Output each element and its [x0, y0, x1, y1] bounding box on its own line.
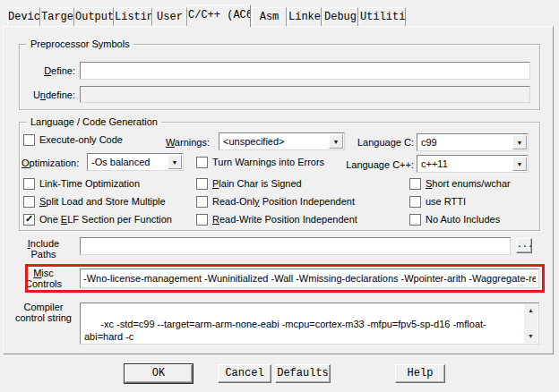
undefine-input — [80, 86, 530, 103]
tab-page-cpp: Preprocessor Symbols Define: Undefine: L… — [3, 26, 554, 354]
one-elf-section-label: One ELF Section per Function — [39, 214, 172, 225]
language-code-generation-group: Language / Code Generation Execute-only … — [19, 122, 540, 231]
scrollbar[interactable]: ▲ ▼ — [524, 304, 538, 343]
language-cpp-select[interactable]: c++11 ▼ — [417, 155, 529, 173]
chevron-down-icon[interactable]: ▼ — [512, 157, 527, 171]
plain-char-signed-label: Plain Char is Signed — [212, 178, 302, 189]
execute-only-code-checkbox[interactable] — [23, 134, 35, 146]
turn-warnings-into-errors-label: Turn Warnings into Errors — [212, 157, 324, 167]
include-paths-browse-button[interactable]: ... — [516, 238, 532, 253]
tab-utilities[interactable]: Utilities — [359, 7, 406, 26]
turn-warnings-into-errors-checkbox[interactable] — [196, 157, 208, 168]
undefine-label: Undefine: — [25, 89, 75, 100]
short-enums-wchar-label: Short enums/wchar — [426, 178, 511, 189]
warnings-select[interactable]: <unspecified> ▼ — [219, 132, 345, 150]
optimization-label: Optimization: — [22, 158, 82, 168]
include-paths-label: Include Paths — [14, 238, 73, 260]
read-write-position-independent-checkbox[interactable] — [196, 214, 208, 226]
tab-debug[interactable]: Debug — [322, 7, 358, 26]
tab-cpp-ac6[interactable]: C/C++ (AC6) — [187, 4, 251, 27]
misc-controls-label: Misc Controls — [14, 268, 73, 289]
split-load-store-checkbox[interactable] — [23, 196, 35, 208]
tab-output[interactable]: Output — [74, 7, 114, 26]
use-rtti-label: use RTTI — [426, 196, 466, 207]
chevron-down-icon[interactable]: ▼ — [168, 155, 182, 169]
no-auto-includes-label: No Auto Includes — [426, 214, 500, 225]
include-paths-input[interactable] — [80, 237, 511, 255]
link-time-optimization-checkbox[interactable] — [23, 178, 35, 190]
language-c-select[interactable]: c99 ▼ — [417, 133, 529, 151]
one-elf-section-checkbox[interactable]: ✓ — [23, 214, 35, 226]
scroll-down-icon[interactable]: ▼ — [524, 330, 538, 343]
chevron-down-icon[interactable]: ▼ — [512, 135, 527, 149]
tab-user[interactable]: User — [152, 7, 187, 26]
short-enums-wchar-checkbox[interactable] — [409, 178, 421, 190]
defaults-button[interactable]: Defaults — [275, 364, 331, 383]
plain-char-signed-checkbox[interactable] — [196, 178, 208, 190]
language-cpp-label: Language C++: — [333, 159, 414, 170]
optimization-select[interactable]: -Os balanced ▼ — [87, 153, 184, 171]
misc-controls-input[interactable] — [80, 268, 539, 288]
define-label: Define: — [25, 65, 75, 76]
language-c-label: Language C: — [342, 137, 414, 148]
tab-listing[interactable]: Listing — [114, 7, 152, 26]
tab-device[interactable]: Device — [7, 7, 40, 26]
define-input[interactable] — [80, 62, 530, 80]
split-load-store-label: Split Load and Store Multiple — [39, 196, 166, 207]
use-rtti-checkbox[interactable] — [409, 196, 421, 208]
link-time-optimization-label: Link-Time Optimization — [39, 178, 140, 189]
no-auto-includes-checkbox[interactable] — [409, 214, 421, 226]
warnings-label: Warnings: — [138, 137, 210, 148]
preprocessor-symbols-group: Preprocessor Symbols Define: Undefine: — [19, 44, 540, 110]
options-for-target-dialog: Device Target Output Listing User C/C++ … — [0, 0, 559, 392]
cancel-button[interactable]: Cancel — [218, 364, 271, 383]
read-only-position-independent-checkbox[interactable] — [196, 196, 208, 208]
language-code-generation-title: Language / Code Generation — [27, 116, 161, 127]
scroll-up-icon[interactable]: ▲ — [524, 304, 538, 317]
tab-target[interactable]: Target — [40, 7, 74, 26]
compiler-control-string-label: Compiler control string — [14, 302, 73, 323]
chevron-down-icon[interactable]: ▼ — [329, 134, 343, 149]
read-only-position-independent-label: Read-Only Position Independent — [212, 196, 355, 207]
tab-linker[interactable]: Linker — [288, 7, 322, 26]
read-write-position-independent-label: Read-Write Position Independent — [212, 214, 357, 225]
compiler-control-string-box[interactable]: -xc -std=c99 --target=arm-arm-none-eabi … — [80, 303, 539, 345]
preprocessor-symbols-title: Preprocessor Symbols — [27, 38, 133, 49]
ok-button[interactable]: OK — [125, 364, 193, 383]
tab-asm[interactable]: Asm — [252, 7, 287, 26]
help-button[interactable]: Help — [395, 364, 445, 383]
execute-only-code-label: Execute-only Code — [39, 134, 123, 145]
